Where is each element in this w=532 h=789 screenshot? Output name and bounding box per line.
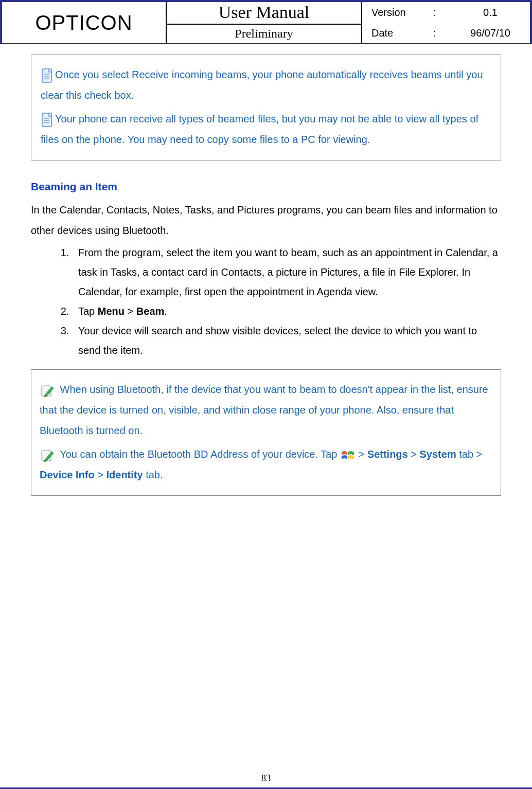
date-label: Date [371, 27, 433, 39]
doc-subtitle: Preliminary [167, 25, 361, 43]
meta-cell: Version : 0.1 Date : 96/07/10 [362, 2, 532, 43]
note-paragraph-1: Once you select Receive incoming beams, … [41, 64, 491, 105]
date-value: 96/07/10 [449, 27, 532, 39]
page-content: Once you select Receive incoming beams, … [0, 44, 532, 496]
date-separator: : [433, 27, 449, 39]
brand-cell: OPTICON [2, 2, 167, 43]
version-row: Version : 0.1 [362, 2, 532, 23]
step-1: From the program, select the item you wa… [72, 243, 501, 301]
brand-text: OPTICON [35, 11, 132, 34]
pen-note-icon [40, 383, 55, 398]
header-table: OPTICON User Manual Preliminary Version … [2, 2, 530, 43]
date-row: Date : 96/07/10 [362, 23, 532, 43]
tip-2-system: System [420, 449, 456, 460]
tip-2-j: tab. [143, 469, 163, 480]
version-separator: : [433, 7, 449, 19]
note-paragraph-2: Your phone can receive all types of beam… [41, 109, 491, 150]
doc-title: User Manual [167, 2, 361, 25]
step-2-suffix: . [164, 306, 167, 317]
tip-2-b: > [356, 449, 367, 460]
step-2-menu: Menu [98, 306, 125, 317]
tip-text-1: When using Bluetooth, if the device that… [40, 384, 488, 436]
tip-2-deviceinfo: Device Info [40, 469, 95, 480]
step-1-text: From the program, select the item you wa… [78, 247, 498, 297]
tip-paragraph-1: When using Bluetooth, if the device that… [40, 379, 492, 441]
page-header-frame: OPTICON User Manual Preliminary Version … [0, 0, 532, 44]
windows-start-icon [340, 449, 356, 462]
section-intro: In the Calendar, Contacts, Notes, Tasks,… [31, 200, 501, 241]
note-box: Once you select Receive incoming beams, … [31, 55, 501, 160]
step-2: Tap Menu > Beam. [72, 301, 501, 321]
title-cell: User Manual Preliminary [167, 2, 362, 43]
page-number: 83 [0, 773, 532, 784]
note-text-1: Once you select Receive incoming beams, … [41, 69, 483, 101]
version-value: 0.1 [449, 7, 532, 19]
tip-2-settings: Settings [367, 449, 408, 460]
tip-2-h: > [95, 469, 107, 480]
document-icon [41, 68, 54, 83]
section-heading: Beaming an Item [31, 176, 501, 198]
tip-paragraph-2: You can obtain the Bluetooth BD Address … [40, 444, 492, 485]
tip-2-f: tab > [456, 449, 483, 460]
pen-note-icon [40, 447, 55, 463]
tip-box: When using Bluetooth, if the device that… [31, 369, 501, 496]
note-text-2: Your phone can receive all types of beam… [41, 113, 478, 145]
svg-rect-0 [42, 69, 51, 82]
step-2-sep: > [125, 306, 136, 317]
step-3-text: Your device will search and show visible… [78, 325, 477, 356]
tip-2-d: > [408, 449, 420, 460]
version-label: Version [371, 7, 433, 19]
step-3: Your device will search and show visible… [72, 321, 501, 360]
tip-2-a: You can obtain the Bluetooth BD Address … [57, 449, 340, 460]
step-2-beam: Beam [136, 306, 164, 317]
svg-rect-4 [42, 113, 51, 127]
steps-list: From the program, select the item you wa… [31, 243, 501, 360]
step-2-prefix: Tap [78, 306, 98, 317]
document-icon [41, 112, 54, 128]
tip-2-identity: Identity [107, 469, 143, 480]
